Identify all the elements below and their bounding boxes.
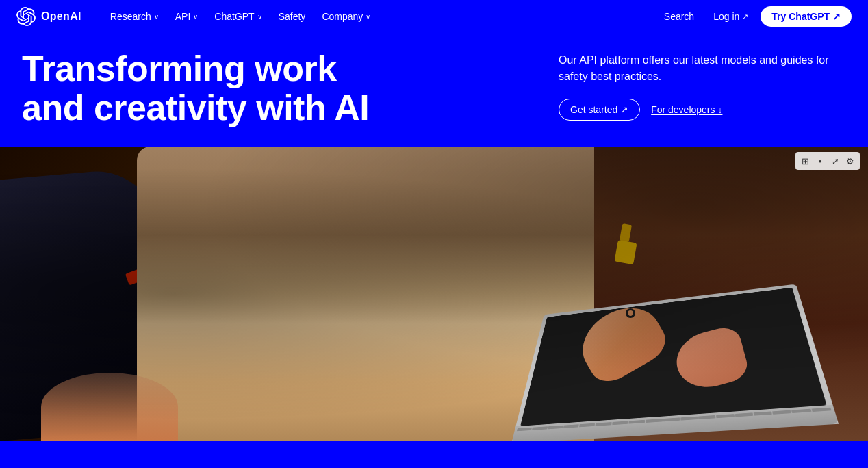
brand-logo[interactable]: OpenAI	[16, 7, 81, 26]
brand-name: OpenAI	[41, 10, 81, 23]
hero-title: Transforming work and creativity with AI	[22, 49, 378, 127]
get-started-button[interactable]: Get started ↗	[559, 99, 640, 121]
chevron-down-icon: ∨	[366, 13, 370, 21]
openai-logo-icon	[16, 7, 36, 26]
grid-2x2-icon[interactable]: ⊞	[798, 154, 812, 168]
photo-overlay	[0, 147, 868, 441]
hero-left: Transforming work and creativity with AI	[22, 49, 504, 127]
chevron-down-icon: ∨	[154, 13, 159, 21]
navigation: OpenAI Research ∨ API ∨ ChatGPT ∨ Safety…	[0, 0, 868, 33]
for-developers-button[interactable]: For developers ↓	[651, 99, 722, 120]
nav-links: Research ∨ API ∨ ChatGPT ∨ Safety Compan…	[103, 7, 657, 26]
login-link[interactable]: Log in ↗	[706, 7, 755, 26]
expand-icon[interactable]: ⤢	[828, 154, 842, 168]
settings-icon[interactable]: ⚙	[843, 154, 857, 168]
hero-buttons: Get started ↗ For developers ↓	[559, 99, 846, 121]
hero-section: Transforming work and creativity with AI…	[0, 33, 868, 147]
image-toolbar: ⊞ ▪ ⤢ ⚙	[795, 152, 860, 170]
nav-chatgpt[interactable]: ChatGPT ∨	[207, 7, 268, 26]
hero-description: Our API platform offers our latest model…	[559, 52, 846, 85]
arrow-icon: ↗	[742, 12, 748, 21]
chevron-down-icon: ∨	[193, 13, 198, 21]
hero-image-area: ⊞ ▪ ⤢ ⚙	[0, 147, 868, 441]
hero-photo	[0, 147, 868, 441]
hero-right: Our API platform offers our latest model…	[559, 49, 846, 121]
nav-company[interactable]: Company ∨	[315, 7, 377, 26]
nav-research[interactable]: Research ∨	[103, 7, 166, 26]
try-chatgpt-button[interactable]: Try ChatGPT ↗	[761, 6, 852, 27]
chevron-down-icon: ∨	[257, 13, 262, 21]
search-button[interactable]: Search	[657, 7, 701, 26]
nav-right: Search Log in ↗ Try ChatGPT ↗	[657, 6, 852, 27]
nav-safety[interactable]: Safety	[272, 7, 313, 26]
nav-api[interactable]: API ∨	[168, 7, 205, 26]
grid-1x1-icon[interactable]: ▪	[813, 154, 827, 168]
